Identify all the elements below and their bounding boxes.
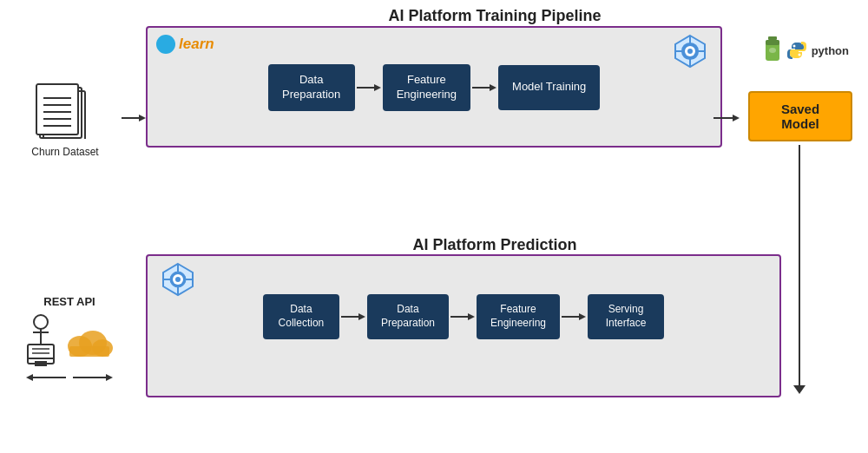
sklearn-logo: learn <box>156 35 214 54</box>
sklearn-text: learn <box>179 36 214 53</box>
svg-point-57 <box>175 277 181 282</box>
arrow-prep-to-feature <box>355 81 383 95</box>
ai-brain-icon-training <box>668 33 712 69</box>
rest-api-area: REST API <box>4 295 135 384</box>
svg-marker-59 <box>358 313 365 320</box>
prediction-title: AI Platform Prediction <box>139 236 851 254</box>
jar-icon <box>763 36 782 64</box>
bidirectional-arrow <box>26 371 113 384</box>
svg-point-32 <box>34 315 48 329</box>
rest-api-label: REST API <box>4 295 135 308</box>
svg-point-10 <box>156 35 175 54</box>
svg-rect-45 <box>69 346 109 357</box>
step-data-preparation: DataPreparation <box>268 64 355 111</box>
arrow-feature-to-model <box>470 81 498 95</box>
person-icon <box>24 313 57 367</box>
arrow-collect-to-prep <box>339 310 367 324</box>
document-stack-icon <box>35 82 95 139</box>
vertical-connector-line <box>799 145 800 388</box>
saved-model-box: Saved Model <box>748 91 852 141</box>
python-logo-icon <box>787 41 806 60</box>
step-feature-engineering-pred: FeatureEngineering <box>477 294 560 339</box>
svg-point-18 <box>687 49 693 54</box>
ai-brain-icon-prediction <box>156 261 200 298</box>
step-data-preparation-pred: DataPreparation <box>367 294 449 339</box>
step-model-training: Model Training <box>498 65 600 110</box>
arrow-prep-to-feature-pred <box>449 310 477 324</box>
step-feature-engineering: FeatureEngineering <box>383 64 470 111</box>
svg-point-29 <box>792 45 795 48</box>
cloud-icon <box>62 320 115 360</box>
svg-marker-63 <box>579 313 586 320</box>
prediction-pipeline-steps: DataCollection DataPreparation FeatureEn… <box>160 294 767 339</box>
training-pipeline-box: learn <box>146 26 722 148</box>
prediction-pipeline-box: DataCollection DataPreparation FeatureEn… <box>146 254 781 397</box>
python-icons-area: python <box>763 36 849 64</box>
sklearn-circle-icon <box>156 35 175 54</box>
churn-label: Churn Dataset <box>9 146 122 158</box>
arrow-feature-to-serving <box>560 310 588 324</box>
svg-point-30 <box>798 54 800 56</box>
step-data-collection: DataCollection <box>263 294 339 339</box>
python-label: python <box>812 44 849 57</box>
diagram-container: AI Platform Training Pipeline Churn Data… <box>0 0 868 453</box>
svg-rect-27 <box>766 40 779 45</box>
svg-marker-9 <box>139 115 146 121</box>
svg-marker-20 <box>374 84 381 91</box>
rest-api-icons <box>4 313 135 367</box>
training-title: AI Platform Training Pipeline <box>139 7 851 25</box>
arrow-training-model <box>713 111 740 125</box>
step-serving-interface: ServingInterface <box>588 294 664 339</box>
svg-marker-46 <box>26 374 33 381</box>
svg-marker-24 <box>733 115 740 121</box>
saved-model-label: Saved Model <box>781 102 819 131</box>
svg-rect-33 <box>28 345 54 364</box>
svg-marker-31 <box>793 385 806 394</box>
vertical-line-arrowhead <box>793 385 806 394</box>
svg-rect-2 <box>36 84 78 135</box>
svg-rect-25 <box>768 36 777 40</box>
churn-dataset-area: Churn Dataset <box>9 82 122 158</box>
svg-marker-61 <box>468 313 475 320</box>
brain-logo-prediction <box>156 261 200 301</box>
brain-logo-training <box>668 33 712 73</box>
svg-marker-22 <box>490 84 496 91</box>
training-pipeline-steps: DataPreparation FeatureEngineering Model… <box>160 64 708 111</box>
arrow-churn-training <box>122 111 146 125</box>
bidir-arrow-area <box>4 371 135 384</box>
svg-marker-49 <box>106 374 113 381</box>
svg-point-28 <box>769 48 776 53</box>
